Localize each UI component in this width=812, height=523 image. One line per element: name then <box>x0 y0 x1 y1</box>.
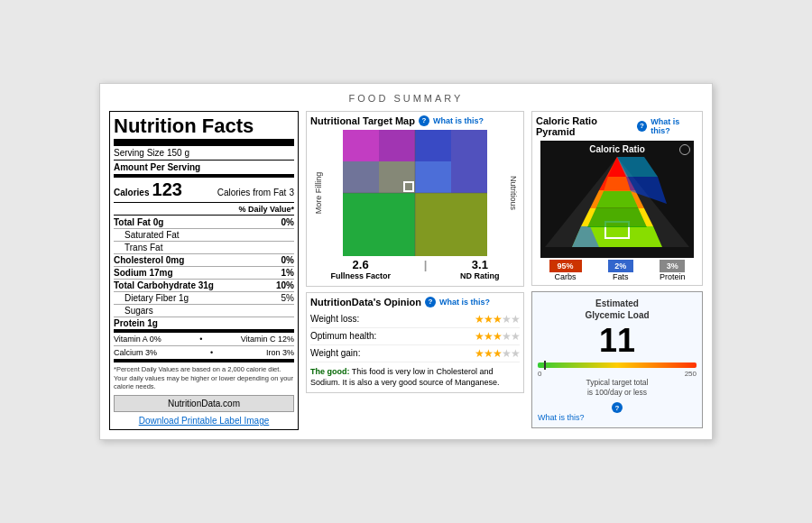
protein-legend: 3% Protein <box>660 260 686 281</box>
target-map-svg <box>343 130 487 256</box>
target-map-title: Nutritional Target Map <box>310 115 415 126</box>
nf-row-trans: Trans Fat <box>114 242 294 254</box>
what-is-this-glycemic[interactable]: What is this? <box>538 413 697 422</box>
nd-rating-score: 3.1 ND Rating <box>460 258 500 280</box>
opinion-title: NutritionData's Opinion <box>310 297 421 307</box>
opinion-row-weight-gain: Weight gain: ★★★★★ <box>310 345 520 362</box>
help-icon-target[interactable]: ? <box>419 115 429 126</box>
page-container: FOOD SUMMARY Nutrition Facts Serving Siz… <box>99 83 713 440</box>
nutritiondata-button[interactable]: NutritionData.com <box>114 395 294 412</box>
download-link[interactable]: Download Printable Label Image <box>114 416 294 426</box>
svg-rect-6 <box>343 161 379 193</box>
protein-pct: 3% <box>660 260 685 272</box>
target-map-header: Nutritional Target Map ? What is this? <box>310 115 520 126</box>
nf-footnote: *Percent Daily Values are based on a 2,0… <box>114 365 294 391</box>
svg-rect-9 <box>415 130 451 161</box>
svg-rect-3 <box>415 193 487 256</box>
caloric-section: Caloric Ratio Pyramid ? What is this? Ca… <box>531 111 703 286</box>
nf-title: Nutrition Facts <box>114 115 294 146</box>
nutrition-facts-panel: Nutrition Facts Serving Size 150 g Amoun… <box>109 111 299 430</box>
svg-rect-7 <box>379 161 415 193</box>
right-column: Caloric Ratio Pyramid ? What is this? Ca… <box>531 111 703 429</box>
nf-calories-row: Calories 123 Calories from Fat 3 <box>114 179 294 203</box>
target-map-wrapper: More Filling <box>336 130 494 256</box>
glycemic-note: Typical target total is 100/day or less <box>538 378 697 398</box>
nf-row-total-fat: Total Fat 0g0% <box>114 216 294 229</box>
nf-serving: Serving Size 150 g <box>114 148 294 161</box>
page-title: FOOD SUMMARY <box>109 93 703 104</box>
caloric-title: Caloric Ratio Pyramid <box>536 115 633 137</box>
glycemic-what-is-this: ? What is this? <box>538 401 697 423</box>
glycemic-bar-labels: 0 250 <box>538 370 697 378</box>
pyramid-svg <box>540 141 694 258</box>
glycemic-bar <box>538 362 697 368</box>
svg-marker-23 <box>587 207 647 227</box>
svg-marker-22 <box>596 191 638 207</box>
carbs-label: Carbs <box>555 272 577 281</box>
nf-row-sugars: Sugars <box>114 305 294 317</box>
opinion-section: NutritionData's Opinion ? What is this? … <box>306 292 524 393</box>
carbs-legend: 95% Carbs <box>549 260 582 281</box>
x-axis-label: Nutritious <box>509 176 518 210</box>
y-axis-label: More Filling <box>314 172 323 215</box>
opinion-row-weight-loss: Weight loss: ★★★★★ <box>310 311 520 328</box>
help-icon-opinion[interactable]: ? <box>425 297 436 307</box>
fats-legend: 2% Fats <box>608 260 633 281</box>
glycemic-value: 11 <box>538 325 697 357</box>
glycemic-bar-bg <box>538 362 697 368</box>
fullness-score: 2.6 Fullness Factor <box>330 258 391 280</box>
help-icon-caloric[interactable]: ? <box>637 121 647 132</box>
carbs-pct: 95% <box>549 260 582 272</box>
glycemic-marker <box>544 361 546 370</box>
nf-row-carb: Total Carbohydrate 31g10% <box>114 280 294 292</box>
svg-rect-5 <box>379 130 415 161</box>
glycemic-section: Estimated Glycemic Load 11 0 250 Typical… <box>531 291 703 429</box>
svg-rect-2 <box>343 193 415 256</box>
fats-pct: 2% <box>608 260 633 272</box>
what-is-this-target[interactable]: What is this? <box>433 116 484 125</box>
nf-minerals: Calcium 3% • Iron 3% <box>114 346 294 362</box>
nf-row-saturated: Saturated Fat <box>114 229 294 242</box>
svg-rect-8 <box>415 161 451 193</box>
opinion-header: NutritionData's Opinion ? What is this? <box>310 297 520 307</box>
nf-daily-value: % Daily Value* <box>114 205 294 216</box>
caloric-pyramid: Caloric Ratio <box>540 141 694 258</box>
tm-scores: 2.6 Fullness Factor | 3.1 ND Rating <box>310 256 520 282</box>
main-grid: Nutrition Facts Serving Size 150 g Amoun… <box>109 111 703 430</box>
caloric-header: Caloric Ratio Pyramid ? What is this? <box>536 115 698 137</box>
nf-row-fiber: Dietary Fiber 1g5% <box>114 292 294 305</box>
opinion-good-text: The good: This food is very low in Chole… <box>310 366 520 389</box>
nf-vitamins: Vitamin A 0% • Vitamin C 12% <box>114 333 294 346</box>
caloric-legend: 95% Carbs 2% Fats 3% Protein <box>536 260 698 281</box>
svg-rect-4 <box>343 130 379 161</box>
glycemic-title: Estimated Glycemic Load <box>538 298 697 321</box>
nf-amount: Amount Per Serving <box>114 162 294 178</box>
opinion-row-optimum: Optimum health: ★★★★★ <box>310 328 520 345</box>
middle-column: Nutritional Target Map ? What is this? M… <box>306 111 524 393</box>
fats-label: Fats <box>613 272 629 281</box>
target-map-canvas <box>343 130 487 256</box>
what-is-this-caloric[interactable]: What is this? <box>651 117 698 135</box>
nf-row-sodium: Sodium 17mg1% <box>114 267 294 280</box>
protein-label: Protein <box>660 272 686 281</box>
help-icon-glycemic[interactable]: ? <box>612 402 623 413</box>
what-is-this-opinion[interactable]: What is this? <box>439 298 490 307</box>
target-map-section: Nutritional Target Map ? What is this? M… <box>306 111 524 287</box>
svg-marker-21 <box>604 177 631 191</box>
nf-row-cholesterol: Cholesterol 0mg0% <box>114 254 294 267</box>
nf-row-protein: Protein 1g <box>114 317 294 333</box>
